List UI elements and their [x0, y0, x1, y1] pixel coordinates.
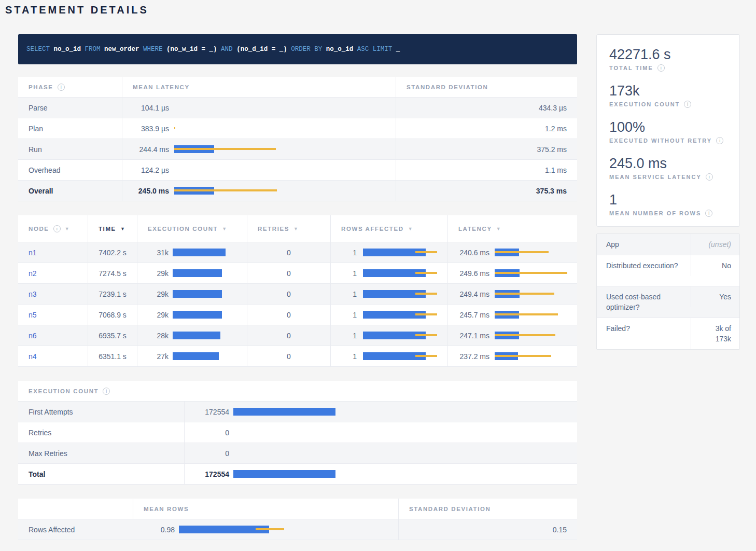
- standard-deviation-column-header: STANDARD DEVIATION: [398, 499, 577, 519]
- stat-mean-service-latency: 245.0 ms MEAN SERVICE LATENCY: [609, 155, 727, 181]
- stat-value: 173k: [609, 82, 727, 99]
- stat-label: MEAN SERVICE LATENCY: [609, 174, 702, 180]
- node-row: n2 7274.5 s 29k 0 1 249.6 ms: [18, 263, 577, 284]
- info-icon[interactable]: [58, 84, 65, 91]
- summary-value: No: [691, 255, 739, 276]
- phase-label: Parse: [18, 98, 122, 118]
- mean-latency-value: 383.9 µs: [133, 125, 169, 133]
- stat-label: TOTAL TIME: [609, 65, 653, 71]
- rows-affected-value: 1: [341, 269, 357, 278]
- sort-icon: [120, 226, 125, 231]
- sql-statement-box: SELECT no_o_id FROM new_order WHERE (no_…: [18, 34, 577, 64]
- stat-value: 100%: [609, 119, 727, 135]
- retries-column-header[interactable]: RETRIES: [247, 215, 330, 242]
- exec-row-value: 0: [195, 449, 229, 458]
- exec-count-value: 29k: [148, 290, 169, 298]
- table-row: First Attempts 172554: [18, 402, 577, 422]
- execution-count-column-header[interactable]: EXECUTION COUNT: [137, 215, 247, 242]
- time-value: 7068.9 s: [88, 305, 137, 325]
- mean-latency-value: 104.1 µs: [133, 104, 169, 112]
- stat-value: 42271.6 s: [609, 46, 727, 63]
- stddev-value: 0.15: [398, 519, 577, 540]
- table-row: Rows Affected 0.98 0.15: [18, 519, 577, 540]
- exec-count-value: 28k: [148, 332, 169, 340]
- time-column-header[interactable]: TIME: [88, 215, 137, 242]
- execution-count-title: EXECUTION COUNT: [18, 381, 577, 401]
- blank-column-header: [18, 499, 133, 519]
- stat-mean-number-of-rows: 1 MEAN NUMBER OF ROWS: [609, 191, 727, 217]
- phase-column-header: PHASE: [18, 77, 122, 97]
- stat-label: MEAN NUMBER OF ROWS: [609, 210, 701, 216]
- latency-column-header[interactable]: LATENCY: [447, 215, 577, 242]
- node-link[interactable]: n4: [29, 352, 37, 361]
- exec-count-value: 29k: [148, 269, 169, 278]
- failed-row: Failed? 3k of 173k: [597, 318, 739, 349]
- exec-row-label: Max Retries: [18, 443, 184, 463]
- node-link[interactable]: n2: [29, 269, 37, 278]
- sort-icon: [408, 226, 413, 231]
- exec-row-value: 0: [195, 429, 229, 437]
- summary-label: Used cost-based optimizer?: [597, 286, 691, 318]
- rows-affected-value: 1: [341, 290, 357, 298]
- node-link[interactable]: n3: [29, 290, 37, 298]
- main-column: SELECT no_o_id FROM new_order WHERE (no_…: [18, 34, 577, 540]
- rows-affected-value: 1: [341, 332, 357, 340]
- stddev-value: 1.1 ms: [396, 160, 577, 180]
- distributed-execution-row: Distributed execution? No: [597, 255, 739, 286]
- info-icon[interactable]: [716, 137, 723, 144]
- node-table: NODE TIME EXECUTION COUNT RETRIES ROWS A…: [18, 215, 577, 367]
- node-link[interactable]: n1: [29, 249, 37, 257]
- info-icon[interactable]: [705, 210, 712, 217]
- execution-count-table-header: EXECUTION COUNT: [18, 381, 577, 402]
- retries-value: 0: [247, 346, 330, 366]
- mean-latency-value: 245.0 ms: [133, 187, 169, 195]
- table-row: Max Retries 0: [18, 443, 577, 464]
- summary-label: Failed?: [597, 318, 691, 339]
- sort-icon: [293, 226, 298, 231]
- node-link[interactable]: n6: [29, 332, 37, 340]
- exec-row-label: Retries: [18, 422, 184, 443]
- rows-affected-label: Rows Affected: [18, 519, 133, 540]
- mean-latency-value: 244.4 ms: [133, 145, 169, 154]
- phase-label: Run: [18, 139, 122, 159]
- stat-value: 245.0 ms: [609, 155, 727, 172]
- info-icon[interactable]: [706, 173, 713, 181]
- info-icon[interactable]: [657, 64, 665, 72]
- retries-value: 0: [247, 242, 330, 263]
- table-row: Retries 0: [18, 422, 577, 443]
- info-icon[interactable]: [684, 101, 691, 108]
- latency-value: 240.6 ms: [458, 249, 489, 257]
- node-link[interactable]: n5: [29, 311, 37, 319]
- node-row: n3 7239.1 s 29k 0 1 249.4 ms: [18, 284, 577, 305]
- phase-table-header: PHASE MEAN LATENCY STANDARD DEVIATION: [18, 77, 577, 98]
- exec-count-value: 29k: [148, 311, 169, 319]
- phase-label: Overall: [18, 181, 122, 201]
- exec-row-label: First Attempts: [18, 402, 184, 422]
- mean-latency-value: 124.2 µs: [133, 166, 169, 174]
- exec-count-value: 27k: [148, 352, 169, 361]
- sort-icon: [222, 226, 227, 231]
- stddev-value: 434.3 µs: [396, 98, 577, 118]
- time-value: 6935.7 s: [88, 325, 137, 346]
- node-column-header[interactable]: NODE: [18, 215, 88, 242]
- stddev-value: 375.2 ms: [396, 139, 577, 159]
- rows-affected-value: 1: [341, 352, 357, 361]
- rows-affected-table: MEAN ROWS STANDARD DEVIATION Rows Affect…: [18, 499, 577, 540]
- table-row: Plan 383.9 µs 1.2 ms: [18, 118, 577, 139]
- cost-based-optimizer-row: Used cost-based optimizer? Yes: [597, 286, 739, 318]
- info-icon[interactable]: [103, 388, 110, 395]
- summary-label: Distributed execution?: [597, 255, 691, 276]
- exec-row-value: 172554: [195, 470, 229, 478]
- node-table-header: NODE TIME EXECUTION COUNT RETRIES ROWS A…: [18, 215, 577, 242]
- rows-affected-value: 1: [341, 249, 357, 257]
- retries-value: 0: [247, 284, 330, 304]
- info-icon[interactable]: [53, 225, 61, 232]
- table-row: Run 244.4 ms 375.2 ms: [18, 139, 577, 160]
- latency-value: 249.4 ms: [458, 290, 489, 298]
- statement-stats-panel: 42271.6 s TOTAL TIME 173k EXECUTION COUN…: [596, 34, 740, 227]
- rows-affected-column-header[interactable]: ROWS AFFECTED: [330, 215, 447, 242]
- latency-value: 249.6 ms: [458, 269, 489, 278]
- table-row: Parse 104.1 µs 434.3 µs: [18, 98, 577, 118]
- phase-label: Overhead: [18, 160, 122, 180]
- summary-value: 3k of 173k: [691, 318, 739, 349]
